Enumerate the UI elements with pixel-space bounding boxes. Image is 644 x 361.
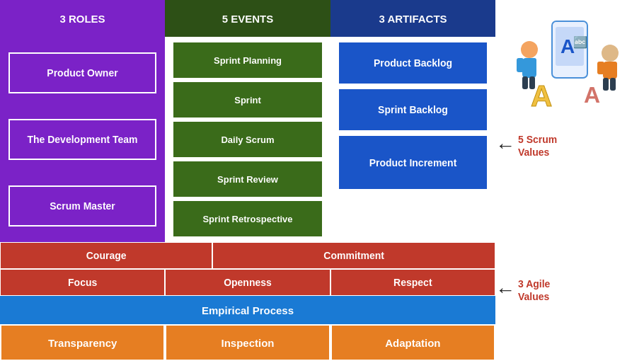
svg-rect-7 [529, 58, 536, 72]
artifact-product-increment: Product Increment [339, 136, 487, 189]
scrum-values-row1: Courage Commitment [0, 242, 495, 269]
svg-point-4 [521, 41, 538, 58]
svg-point-10 [602, 45, 619, 62]
roles-column: Product Owner The Development Team Scrum… [0, 37, 165, 242]
role-dev-team: The Development Team [8, 119, 156, 160]
role-product-owner: Product Owner [8, 52, 156, 93]
header-row: 3 ROLES 5 EVENTS 3 ARTIFACTS [0, 0, 495, 37]
roles-header-label: 3 ROLES [59, 13, 105, 25]
value-commitment: Commitment [212, 242, 495, 269]
agile-adaptation: Adaptation [330, 324, 495, 361]
main-container: 3 ROLES 5 EVENTS 3 ARTIFACTS Product Own… [0, 0, 644, 361]
events-column: Sprint Planning Sprint Daily Scrum Sprin… [165, 37, 330, 242]
scrum-values-annotation: ← 5 ScrumValues [495, 133, 644, 159]
artifacts-header-label: 3 ARTIFACTS [379, 13, 447, 25]
svg-rect-6 [517, 58, 524, 72]
left-section: 3 ROLES 5 EVENTS 3 ARTIFACTS Product Own… [0, 0, 495, 361]
artifact-sprint-backlog: Sprint Backlog [339, 89, 487, 130]
header-roles: 3 ROLES [0, 0, 165, 37]
agile-values-annotation: ← 3 AgileValues [495, 277, 644, 303]
event-sprint: Sprint [173, 82, 322, 118]
svg-rect-14 [603, 78, 609, 91]
header-events: 5 EVENTS [165, 0, 330, 37]
artifacts-column: Product Backlog Sprint Backlog Product I… [330, 37, 495, 242]
agile-values-label: 3 AgileValues [518, 277, 550, 303]
svg-rect-13 [610, 62, 617, 74]
right-section: A 🔤 A A [495, 0, 644, 361]
empirical-process-row: Empirical Process [0, 296, 495, 324]
illustration: A 🔤 A A [510, 14, 630, 113]
events-header-label: 5 EVENTS [222, 13, 274, 25]
agile-transparency: Transparency [0, 324, 165, 361]
illustration-svg: A 🔤 A A [510, 14, 630, 113]
agile-values-row: Transparency Inspection Adaptation [0, 324, 495, 361]
empirical-process-label: Empirical Process [202, 304, 294, 316]
event-sprint-planning: Sprint Planning [173, 42, 322, 78]
value-focus: Focus [0, 269, 165, 296]
agile-inspection: Inspection [165, 324, 330, 361]
svg-text:🔤: 🔤 [573, 35, 587, 49]
role-scrum-master: Scrum Master [8, 185, 156, 227]
scrum-values-row2: Focus Openness Respect [0, 269, 495, 296]
scrum-values-label: 5 ScrumValues [518, 133, 557, 159]
header-artifacts: 3 ARTIFACTS [330, 0, 495, 37]
value-courage: Courage [0, 242, 212, 269]
svg-text:A: A [531, 79, 552, 113]
value-respect: Respect [330, 269, 495, 296]
svg-rect-15 [610, 78, 616, 91]
event-sprint-review: Sprint Review [173, 161, 322, 197]
arrow-agile-icon: ← [495, 279, 515, 302]
event-sprint-retrospective: Sprint Retrospective [173, 201, 322, 236]
content-row: Product Owner The Development Team Scrum… [0, 37, 495, 242]
svg-rect-12 [597, 62, 604, 74]
arrow-scrum-icon: ← [495, 134, 515, 157]
svg-rect-8 [522, 76, 528, 89]
event-daily-scrum: Daily Scrum [173, 122, 322, 157]
value-openness: Openness [165, 269, 330, 296]
artifact-product-backlog: Product Backlog [339, 42, 487, 84]
svg-text:A: A [584, 82, 600, 108]
